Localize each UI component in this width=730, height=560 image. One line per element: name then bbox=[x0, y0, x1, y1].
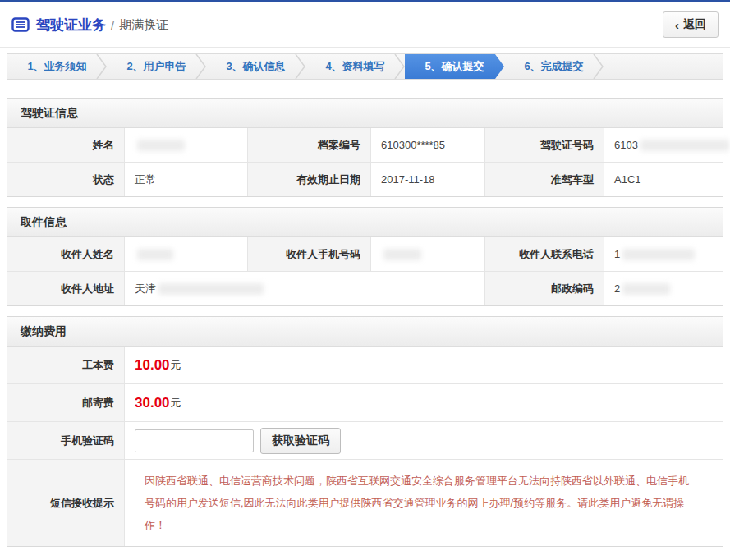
sms-notice-text: 因陕西省联通、电信运营商技术问题，陕西省互联网交通安全综合服务管理平台无法向持陕… bbox=[135, 463, 713, 543]
step-5-confirm-submit[interactable]: 5、确认提交 bbox=[405, 54, 504, 79]
step-6-complete[interactable]: 6、完成提交 bbox=[504, 54, 604, 79]
sms-notice-label: 短信接收提示 bbox=[7, 460, 125, 546]
censored-blur bbox=[158, 283, 264, 295]
sms-code-cell: 获取验证码 bbox=[125, 422, 723, 459]
sms-notice-cell: 因陕西省联通、电信运营商技术问题，陕西省互联网交通安全综合服务管理平台无法向持陕… bbox=[125, 460, 723, 546]
status-label: 状态 bbox=[7, 163, 125, 196]
recipient-address-label: 收件人地址 bbox=[7, 272, 125, 305]
table-row: 邮寄费 30.00 元 bbox=[7, 383, 723, 421]
license-no-label: 驾驶证号码 bbox=[485, 128, 604, 162]
censored-blur bbox=[137, 140, 185, 151]
chevron-right-icon bbox=[96, 54, 107, 79]
step-label: 5、确认提交 bbox=[425, 59, 484, 74]
cost-fee-amount: 10.00 bbox=[135, 357, 170, 374]
step-label: 3、确认信息 bbox=[226, 59, 285, 74]
cost-fee-unit: 元 bbox=[171, 358, 181, 373]
section-title: 缴纳费用 bbox=[7, 317, 723, 347]
recipient-phone-label: 收件人联系电话 bbox=[485, 237, 604, 271]
step-label: 1、业务须知 bbox=[27, 59, 86, 74]
postal-code-value: 2 bbox=[604, 272, 723, 305]
censored-blur bbox=[383, 249, 421, 260]
step-label: 4、资料填写 bbox=[325, 59, 384, 74]
table-row: 短信接收提示 因陕西省联通、电信运营商技术问题，陕西省互联网交通安全综合服务管理… bbox=[7, 459, 723, 546]
license-renewal-page: 驾驶证业务 / 期满换证 ‹ 返回 1、业务须知 2、用户申告 3、确认信息 bbox=[0, 0, 730, 560]
page-title: 驾驶证业务 bbox=[36, 16, 106, 34]
censored-blur bbox=[622, 249, 695, 260]
step-2-declaration[interactable]: 2、用户申告 bbox=[107, 54, 206, 79]
expiry-value: 2017-11-18 bbox=[371, 163, 485, 196]
recipient-address-text: 天津 bbox=[135, 282, 156, 296]
postage-fee-value: 30.00 元 bbox=[125, 384, 723, 421]
recipient-mobile-value bbox=[371, 237, 485, 271]
page-header: 驾驶证业务 / 期满换证 ‹ 返回 bbox=[0, 2, 730, 48]
breadcrumb-separator: / bbox=[111, 18, 114, 32]
chevron-right-icon bbox=[394, 54, 405, 79]
sms-code-label: 手机验证码 bbox=[7, 422, 125, 459]
pickup-info-section: 取件信息 收件人姓名 收件人手机号码 收件人联系电话 1 收件人地址 天津 bbox=[7, 207, 723, 306]
file-no-value: 610300****85 bbox=[371, 128, 485, 162]
file-no-label: 档案编号 bbox=[248, 128, 371, 162]
censored-blur bbox=[622, 283, 670, 295]
footer-actions: 上一步 完成 bbox=[0, 547, 730, 560]
license-info-section: 驾驶证信息 姓名 档案编号 610300****85 驾驶证号码 6103 状态… bbox=[7, 98, 723, 197]
postal-code-text: 2 bbox=[614, 282, 620, 295]
postage-fee-amount: 30.00 bbox=[135, 395, 170, 411]
chevron-right-icon bbox=[593, 54, 604, 79]
step-4-fill-data[interactable]: 4、资料填写 bbox=[305, 54, 405, 79]
table-row: 收件人地址 天津 邮政编码 2 bbox=[7, 271, 723, 305]
chevron-right-icon bbox=[295, 54, 305, 79]
sms-code-input[interactable] bbox=[135, 429, 254, 452]
recipient-name-value bbox=[125, 237, 248, 271]
table-row: 收件人姓名 收件人手机号码 收件人联系电话 1 bbox=[7, 237, 723, 271]
step-label: 2、用户申告 bbox=[126, 59, 186, 74]
cost-fee-label: 工本费 bbox=[7, 347, 125, 383]
license-no-text: 6103 bbox=[614, 139, 638, 151]
recipient-phone-text: 1 bbox=[614, 248, 620, 260]
table-row: 工本费 10.00 元 bbox=[7, 347, 723, 383]
recipient-phone-value: 1 bbox=[604, 237, 723, 271]
license-no-value: 6103 bbox=[604, 128, 730, 162]
back-button[interactable]: ‹ 返回 bbox=[663, 11, 719, 38]
vehicle-class-label: 准驾车型 bbox=[485, 163, 604, 196]
postage-fee-unit: 元 bbox=[171, 396, 181, 411]
table-row: 状态 正常 有效期止日期 2017-11-18 准驾车型 A1C1 bbox=[7, 162, 723, 196]
fees-section: 缴纳费用 工本费 10.00 元 邮寄费 30.00 元 手机验证码 获取验证码… bbox=[7, 316, 723, 547]
steps-filler bbox=[604, 54, 723, 79]
postal-code-label: 邮政编码 bbox=[485, 272, 604, 305]
back-button-label: 返回 bbox=[683, 17, 706, 32]
section-title: 驾驶证信息 bbox=[7, 99, 723, 128]
chevron-left-icon: ‹ bbox=[675, 19, 679, 31]
step-1-notice[interactable]: 1、业务须知 bbox=[7, 54, 107, 79]
postage-fee-label: 邮寄费 bbox=[7, 384, 125, 421]
chevron-right-icon bbox=[195, 54, 206, 79]
name-value bbox=[125, 128, 248, 162]
vehicle-class-value: A1C1 bbox=[604, 163, 723, 196]
status-value: 正常 bbox=[125, 163, 248, 196]
name-label: 姓名 bbox=[7, 128, 125, 162]
section-title: 取件信息 bbox=[7, 208, 723, 237]
censored-blur bbox=[640, 140, 729, 151]
license-menu-icon bbox=[11, 17, 30, 32]
table-row: 手机验证码 获取验证码 bbox=[7, 421, 723, 459]
recipient-address-value: 天津 bbox=[125, 272, 485, 305]
get-sms-code-button[interactable]: 获取验证码 bbox=[260, 428, 341, 454]
step-label: 6、完成提交 bbox=[524, 59, 583, 74]
step-3-confirm-info[interactable]: 3、确认信息 bbox=[206, 54, 305, 79]
cost-fee-value: 10.00 元 bbox=[125, 347, 723, 383]
expiry-label: 有效期止日期 bbox=[248, 163, 371, 196]
step-navigation: 1、业务须知 2、用户申告 3、确认信息 4、资料填写 5、确认提交 bbox=[7, 53, 723, 80]
breadcrumb-current: 期满换证 bbox=[119, 17, 168, 33]
recipient-name-label: 收件人姓名 bbox=[7, 237, 125, 271]
table-row: 姓名 档案编号 610300****85 驾驶证号码 6103 bbox=[7, 128, 723, 162]
censored-blur bbox=[137, 249, 173, 260]
recipient-mobile-label: 收件人手机号码 bbox=[248, 237, 371, 271]
